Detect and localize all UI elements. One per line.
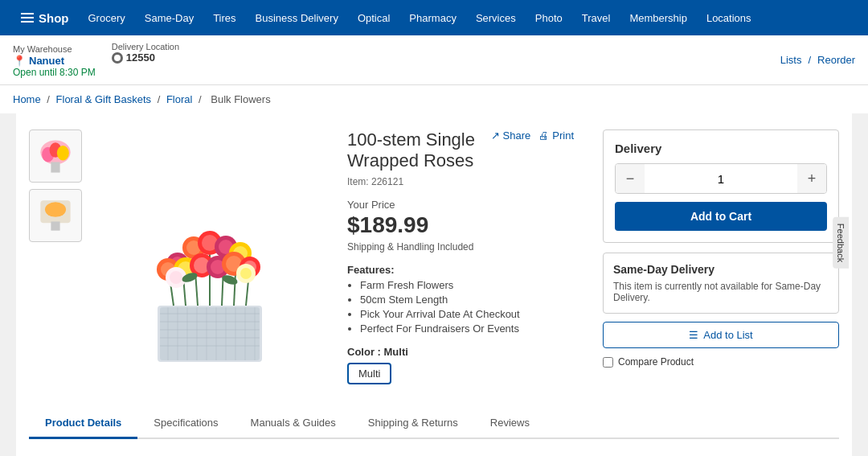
breadcrumb-sep3: /: [199, 93, 204, 105]
color-multi-button[interactable]: Multi: [347, 363, 391, 384]
quantity-control: − +: [615, 163, 827, 194]
breadcrumb: Home / Floral & Gift Baskets / Floral / …: [0, 85, 868, 113]
sub-bar-left: My Warehouse 📍 Nanuet Open until 8:30 PM…: [13, 42, 179, 78]
add-to-list-button[interactable]: ☰ Add to List: [603, 322, 839, 348]
shop-label: Shop: [39, 11, 69, 25]
warehouse-section: My Warehouse 📍 Nanuet Open until 8:30 PM: [13, 42, 96, 78]
nav-item-optical[interactable]: Optical: [350, 0, 398, 35]
feature-1: Farm Fresh Flowers: [360, 279, 574, 291]
thumbnail-2[interactable]: [29, 189, 82, 242]
main-content: 100-stem Single Wrapped Roses ↗ Share 🖨 …: [16, 113, 852, 456]
nav-item-pharmacy[interactable]: Pharmacy: [401, 0, 465, 35]
item-number: Item: 226121: [347, 176, 574, 187]
print-icon: 🖨: [538, 129, 549, 142]
nav-item-tires[interactable]: Tires: [205, 0, 244, 35]
tab-reviews[interactable]: Reviews: [474, 409, 546, 439]
delivery-box-title: Delivery: [615, 142, 827, 155]
product-title-row: 100-stem Single Wrapped Roses ↗ Share 🖨 …: [347, 129, 574, 171]
same-day-text: This item is currently not available for…: [613, 281, 829, 303]
share-button[interactable]: ↗ Share: [491, 129, 531, 142]
breadcrumb-sep2: /: [158, 93, 163, 105]
sub-bar-right: Lists / Reorder: [780, 54, 855, 66]
warehouse-name-link[interactable]: 📍 Nanuet: [13, 55, 96, 67]
price-value: $189.99: [347, 212, 574, 238]
product-title: 100-stem Single Wrapped Roses: [347, 129, 491, 171]
delivery-zip: 12550: [126, 51, 155, 64]
color-label: Color : Multi: [347, 346, 574, 358]
feedback-tab[interactable]: Feedback: [833, 217, 849, 269]
svg-point-9: [45, 202, 66, 217]
feedback-label: Feedback: [836, 224, 845, 262]
share-icon: ↗: [491, 129, 500, 142]
nav-item-locations[interactable]: Locations: [698, 0, 760, 35]
lists-link[interactable]: Lists: [780, 54, 802, 66]
delivery-location-section: Delivery Location 12550: [112, 42, 179, 64]
nav-item-business-delivery[interactable]: Business Delivery: [248, 0, 346, 35]
compare-checkbox[interactable]: [603, 357, 613, 368]
svg-rect-6: [51, 162, 59, 172]
top-navigation: Shop Grocery Same-Day Tires Business Del…: [0, 0, 868, 35]
reorder-link[interactable]: Reorder: [817, 54, 855, 66]
item-label: Item:: [347, 176, 369, 187]
product-tabs: Product Details Specifications Manuals &…: [29, 409, 839, 439]
delivery-panel: Delivery − + Add to Cart Feedback Same-D…: [603, 129, 839, 384]
product-actions: ↗ Share 🖨 Print: [491, 129, 574, 142]
list-icon: ☰: [689, 329, 698, 341]
feature-4: Perfect For Fundraisers Or Events: [360, 322, 574, 335]
shipping-note: Shipping & Handling Included: [347, 241, 574, 253]
tab-manuals[interactable]: Manuals & Guides: [235, 409, 352, 439]
delivery-box-wrapper: Delivery − + Add to Cart Feedback Same-D…: [603, 129, 839, 368]
svg-rect-10: [51, 221, 59, 230]
tab-product-details[interactable]: Product Details: [29, 409, 137, 439]
delivery-value: 12550: [112, 51, 179, 64]
thumbnail-1[interactable]: [29, 129, 82, 183]
feature-2: 50cm Stem Length: [360, 294, 574, 306]
delivery-box: Delivery − + Add to Cart: [603, 129, 839, 243]
sub-bar: My Warehouse 📍 Nanuet Open until 8:30 PM…: [0, 35, 868, 85]
my-warehouse-label: My Warehouse: [13, 44, 72, 54]
delivery-location-label: Delivery Location: [112, 42, 179, 51]
svg-rect-13: [160, 307, 260, 360]
qty-input[interactable]: [645, 164, 797, 193]
tab-shipping[interactable]: Shipping & Returns: [352, 409, 474, 439]
qty-increase-button[interactable]: +: [797, 164, 826, 193]
item-number-value: 226121: [371, 176, 403, 187]
nav-item-membership[interactable]: Membership: [621, 0, 695, 35]
open-hours: Open until 8:30 PM: [13, 67, 96, 78]
features-list: Farm Fresh Flowers 50cm Stem Length Pick…: [347, 279, 574, 335]
price-label: Your Price: [347, 199, 574, 211]
shop-menu-button[interactable]: Shop: [13, 0, 77, 35]
add-to-cart-button[interactable]: Add to Cart: [615, 202, 827, 231]
product-layout: 100-stem Single Wrapped Roses ↗ Share 🖨 …: [29, 129, 839, 384]
nav-item-grocery[interactable]: Grocery: [80, 0, 133, 35]
breadcrumb-home[interactable]: Home: [13, 93, 41, 105]
nav-item-photo[interactable]: Photo: [527, 0, 571, 35]
nav-item-same-day[interactable]: Same-Day: [137, 0, 202, 35]
add-to-list-label: Add to List: [703, 329, 752, 341]
breadcrumb-floral[interactable]: Floral: [166, 93, 193, 105]
location-icon: [112, 52, 123, 64]
nav-item-services[interactable]: Services: [468, 0, 524, 35]
compare-label: Compare Product: [618, 356, 694, 368]
color-section: Color : Multi Multi: [347, 346, 574, 384]
print-button[interactable]: 🖨 Print: [538, 129, 574, 142]
features-title: Features:: [347, 264, 574, 276]
hamburger-icon: [21, 13, 34, 23]
svg-point-46: [240, 268, 252, 279]
warehouse-name: Nanuet: [29, 55, 64, 67]
separator: /: [808, 54, 811, 66]
feature-3: Pick Your Arrival Date At Checkout: [360, 308, 574, 320]
svg-point-5: [57, 146, 69, 161]
breadcrumb-sep1: /: [47, 93, 52, 105]
compare-row: Compare Product: [603, 356, 839, 368]
main-image-container: [101, 129, 318, 384]
product-info: 100-stem Single Wrapped Roses ↗ Share 🖨 …: [334, 129, 587, 384]
svg-point-44: [170, 271, 182, 284]
price-section: Your Price $189.99 Shipping & Handling I…: [347, 199, 574, 253]
tab-specifications[interactable]: Specifications: [137, 409, 234, 439]
breadcrumb-current: Bulk Flowers: [211, 93, 270, 105]
breadcrumb-floral-gift[interactable]: Floral & Gift Baskets: [56, 93, 151, 105]
same-day-title: Same-Day Delivery: [613, 263, 829, 276]
nav-item-travel[interactable]: Travel: [574, 0, 619, 35]
qty-decrease-button[interactable]: −: [616, 164, 645, 193]
